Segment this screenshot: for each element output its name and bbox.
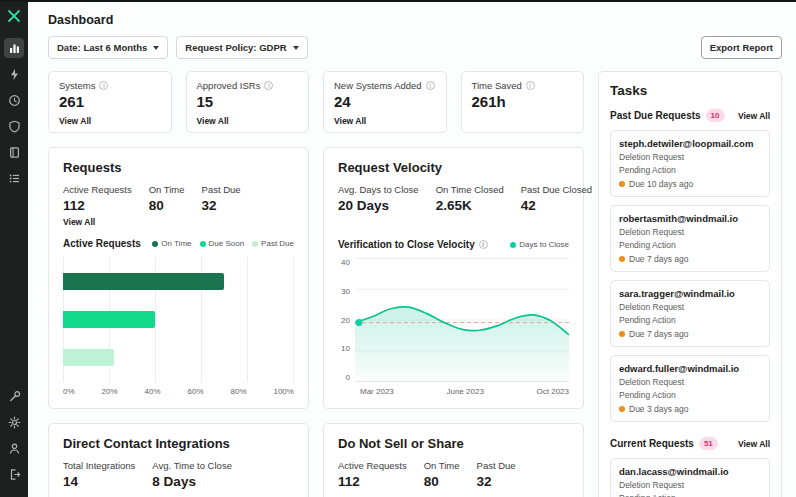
x-tick: 0% — [63, 387, 75, 396]
info-icon[interactable] — [426, 81, 435, 90]
x-tick: 20% — [102, 387, 118, 396]
metric-label: On Time — [424, 460, 460, 471]
tasks-panel: Tasks Past Due Requests 10 View All step… — [598, 71, 782, 497]
line-chart-plot — [355, 258, 569, 382]
stat-label: Approved ISRs — [197, 80, 299, 91]
stat-value: 261 — [59, 93, 161, 110]
sidebar-item-data-inventory[interactable] — [4, 142, 24, 162]
line-chart-x-axis: Mar 2023 June 2023 Oct 2023 — [360, 387, 569, 396]
shield-icon — [8, 120, 21, 133]
task-type: Deletion Request — [619, 152, 761, 162]
sidebar-item-settings[interactable] — [4, 412, 24, 432]
due-text: Due 7 days ago — [629, 254, 689, 264]
list-icon — [8, 172, 21, 185]
metric-label: Past Due Closed — [521, 184, 592, 195]
sidebar — [0, 2, 28, 497]
task-card[interactable]: sara.tragger@windmail.io Deletion Reques… — [610, 280, 770, 347]
sidebar-item-account[interactable] — [4, 438, 24, 458]
due-text: Due 10 days ago — [629, 179, 693, 189]
view-all-link[interactable]: View All — [738, 111, 770, 121]
info-icon[interactable] — [99, 81, 108, 90]
task-card[interactable]: edward.fuller@windmail.io Deletion Reque… — [610, 355, 770, 422]
clock-icon — [8, 94, 21, 107]
filter-toolbar: Date: Last 6 Months Request Policy: GDPR… — [48, 36, 782, 59]
requests-card: Requests Active Requests 112 On Time 80 — [48, 147, 309, 409]
metric-value: 14 — [63, 474, 135, 489]
metric-value: 20 Days — [338, 198, 419, 213]
bar-chart-header: Active Requests On Time Due Soon Past Du… — [63, 238, 294, 249]
date-filter-label: Date: Last 6 Months — [57, 42, 147, 53]
sidebar-item-history[interactable] — [4, 90, 24, 110]
active-requests-bar-chart — [63, 257, 294, 382]
legend-days-to-close: Days to Close — [510, 240, 569, 249]
sidebar-item-automation[interactable] — [4, 64, 24, 84]
export-report-button[interactable]: Export Report — [701, 36, 782, 59]
bar-row — [63, 273, 293, 290]
line-start-marker — [356, 319, 363, 326]
sidebar-item-tools[interactable] — [4, 386, 24, 406]
stat-label: Systems — [59, 80, 161, 91]
y-tick: 10 — [338, 344, 350, 353]
metric-total-integrations: Total Integrations 14 — [63, 460, 135, 489]
bar-chart-icon — [8, 42, 21, 55]
metric-on-time: On Time 80 — [424, 460, 460, 489]
task-card[interactable]: robertasmith@windmail.io Deletion Reques… — [610, 205, 770, 272]
stat-card-approved-isrs: Approved ISRs 15 View All — [186, 71, 310, 133]
dnss-metrics: Active Requests 112 On Time 80 Past Due … — [338, 460, 569, 489]
line-chart-title: Verification to Close Velocity — [338, 239, 488, 250]
task-card[interactable]: dan.lacass@windmail.io Deletion Request … — [610, 458, 770, 497]
view-all-link[interactable]: View All — [197, 116, 229, 126]
sidebar-item-privacy-shield[interactable] — [4, 116, 24, 136]
date-filter-dropdown[interactable]: Date: Last 6 Months — [48, 36, 168, 59]
metric-past-due-closed: Past Due Closed 42 — [521, 184, 592, 213]
task-status: Pending Action — [619, 390, 761, 400]
integration-metrics: Total Integrations 14 Avg. Time to Close… — [63, 460, 294, 489]
sidebar-item-logout[interactable] — [4, 464, 24, 484]
legend-due-soon: Due Soon — [200, 239, 245, 248]
user-icon — [8, 442, 21, 455]
logout-icon — [8, 468, 21, 481]
stat-value: 15 — [197, 93, 299, 110]
info-icon[interactable] — [526, 81, 535, 90]
task-type: Deletion Request — [619, 377, 761, 387]
info-icon[interactable] — [264, 81, 273, 90]
task-due: Due 3 days ago — [619, 404, 761, 414]
legend-label: Due Soon — [209, 239, 245, 248]
metric-active-requests: Active Requests 112 — [63, 184, 132, 213]
sidebar-item-analytics[interactable] — [4, 38, 24, 58]
section-label: Current Requests — [610, 438, 694, 449]
task-card[interactable]: steph.detwiler@loopmail.com Deletion Req… — [610, 130, 770, 197]
metric-value: 8 Days — [152, 474, 232, 489]
info-icon[interactable] — [479, 240, 488, 249]
chevron-down-icon — [293, 46, 299, 50]
y-tick: 20 — [338, 316, 350, 325]
metric-label: Past Due — [202, 184, 241, 195]
stat-label-text: New Systems Added — [334, 80, 422, 91]
metric-label: Past Due — [477, 460, 516, 471]
metric-label: Active Requests — [338, 460, 407, 471]
policy-filter-dropdown[interactable]: Request Policy: GDPR — [176, 36, 307, 59]
metric-value: 112 — [338, 474, 407, 489]
export-report-label: Export Report — [710, 42, 773, 53]
bar-row — [63, 311, 293, 328]
metric-value: 42 — [521, 198, 592, 213]
tasks-title: Tasks — [610, 83, 770, 98]
sidebar-item-requests-list[interactable] — [4, 168, 24, 188]
book-icon — [8, 146, 21, 159]
view-all-link[interactable]: View All — [63, 217, 294, 227]
legend-past-due: Past Due — [252, 239, 294, 248]
stat-card-systems: Systems 261 View All — [48, 71, 172, 133]
view-all-link[interactable]: View All — [334, 116, 366, 126]
metric-value: 32 — [202, 198, 241, 213]
metric-on-time-closed: On Time Closed 2.65K — [436, 184, 504, 213]
stat-label-text: Approved ISRs — [197, 80, 261, 91]
stat-label-text: Systems — [59, 80, 95, 91]
requests-card-title: Requests — [63, 160, 294, 175]
view-all-link[interactable]: View All — [59, 116, 91, 126]
app-logo[interactable] — [7, 9, 21, 23]
view-all-link[interactable]: View All — [738, 439, 770, 449]
task-status: Pending Action — [619, 240, 761, 250]
metric-value: 2.65K — [436, 198, 504, 213]
metric-value: 80 — [149, 198, 185, 213]
metric-label: On Time Closed — [436, 184, 504, 195]
